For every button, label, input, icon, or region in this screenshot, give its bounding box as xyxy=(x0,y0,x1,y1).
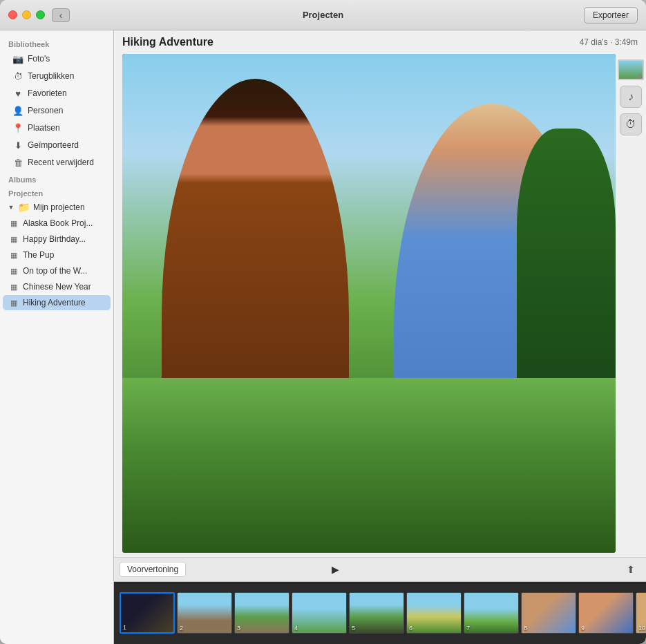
chevron-down-icon: ▼ xyxy=(6,202,17,213)
music-button[interactable]: ♪ xyxy=(620,86,642,108)
preview-button[interactable]: Voorvertoning xyxy=(120,562,186,577)
side-tools: ⊞ ♪ ⏱ xyxy=(616,54,646,553)
sidebar-item-favorieten[interactable]: ♥ Favorieten xyxy=(3,85,111,102)
slideshow-icon: ▦ xyxy=(8,281,19,292)
filmstrip: 1 2 3 4 5 6 7 xyxy=(114,582,646,644)
titlebar: ‹ Projecten Exporteer xyxy=(0,0,646,30)
play-icon: ▶ xyxy=(332,564,339,575)
main-slide-container xyxy=(122,54,616,553)
folder-label: Mijn projecten xyxy=(33,202,85,212)
back-button[interactable]: ‹ xyxy=(52,8,70,22)
thumb-number: 7 xyxy=(466,625,470,632)
play-button[interactable]: ▶ xyxy=(327,561,344,578)
sidebar-item-recent-verwijderd[interactable]: 🗑 Recent verwijderd xyxy=(3,154,111,171)
filmstrip-thumb-5[interactable]: 5 xyxy=(349,592,404,634)
slide-thumbnail-preview[interactable]: ⊞ xyxy=(618,59,644,80)
sidebar-item-label: Favorieten xyxy=(28,88,67,98)
project-label: The Pup xyxy=(23,250,54,260)
slideshow-icon: ▦ xyxy=(8,234,19,245)
preview-bar: Voorvertoning ▶ ⬆ xyxy=(114,557,646,582)
library-section-label: Bibliotheek xyxy=(0,36,113,50)
main-content: Bibliotheek 📷 Foto's ⏱ Terugblikken ♥ Fa… xyxy=(0,30,646,644)
duration-icon: ⏱ xyxy=(625,118,636,131)
export-button[interactable]: Exporteer xyxy=(584,7,638,23)
project-item-hiking-adventure[interactable]: ▦ Hiking Adventure xyxy=(3,295,111,310)
duration-button[interactable]: ⏱ xyxy=(620,113,642,135)
sidebar-item-personen[interactable]: 👤 Personen xyxy=(3,102,111,119)
projects-section-label: Projecten xyxy=(0,185,113,199)
thumb-number: 10 xyxy=(638,625,645,632)
thumb-number: 9 xyxy=(581,625,585,632)
traffic-lights xyxy=(8,10,45,19)
maximize-button[interactable] xyxy=(36,10,45,19)
filmstrip-thumb-4[interactable]: 4 xyxy=(292,592,347,634)
project-meta: 47 dia's · 3:49m xyxy=(580,37,638,47)
import-icon: ⬇ xyxy=(12,140,23,151)
filmstrip-thumb-1[interactable]: 1 xyxy=(120,592,175,634)
thumb-number: 6 xyxy=(409,625,412,632)
slideshow-icon: ▦ xyxy=(8,265,19,276)
project-label: Happy Birthday... xyxy=(23,234,86,244)
thumb-number: 5 xyxy=(352,625,355,632)
project-label: Alaska Book Proj... xyxy=(23,218,93,228)
thumb-number: 4 xyxy=(294,625,298,632)
albums-section-label: Albums xyxy=(0,171,113,185)
sidebar: Bibliotheek 📷 Foto's ⏱ Terugblikken ♥ Fa… xyxy=(0,30,114,644)
thumb-number: 1 xyxy=(123,624,126,631)
view-icon: ⊞ xyxy=(638,73,643,79)
project-item-the-pup[interactable]: ▦ The Pup xyxy=(3,247,111,263)
share-icon: ⬆ xyxy=(627,564,635,575)
close-button[interactable] xyxy=(8,10,17,19)
thumb-number: 3 xyxy=(237,625,240,632)
project-item-chinese-new-year[interactable]: ▦ Chinese New Year xyxy=(3,279,111,294)
sidebar-item-label: Plaatsen xyxy=(28,123,60,133)
filmstrip-thumb-2[interactable]: 2 xyxy=(177,592,232,634)
minimize-button[interactable] xyxy=(22,10,31,19)
right-panel: Hiking Adventure 47 dia's · 3:49m xyxy=(114,30,646,644)
app-window: ‹ Projecten Exporteer Bibliotheek 📷 Foto… xyxy=(0,0,646,644)
sidebar-item-plaatsen[interactable]: 📍 Plaatsen xyxy=(3,120,111,136)
project-label: Hiking Adventure xyxy=(23,298,86,307)
sidebar-item-label: Recent verwijderd xyxy=(28,158,94,167)
trash-icon: 🗑 xyxy=(12,157,23,168)
places-icon: 📍 xyxy=(12,122,23,133)
project-label: Chinese New Year xyxy=(23,282,91,292)
project-header: Hiking Adventure 47 dia's · 3:49m xyxy=(114,30,646,54)
filmstrip-thumb-6[interactable]: 6 xyxy=(406,592,462,634)
sidebar-item-geimporteerd[interactable]: ⬇ Geïmporteerd xyxy=(3,137,111,153)
my-projects-folder[interactable]: ▼ 📁 Mijn projecten xyxy=(3,200,111,215)
favorites-icon: ♥ xyxy=(12,88,23,99)
photos-icon: 📷 xyxy=(12,53,23,64)
filmstrip-thumb-8[interactable]: 8 xyxy=(521,592,576,634)
trees xyxy=(517,129,616,378)
filmstrip-thumb-3[interactable]: 3 xyxy=(234,592,289,634)
sidebar-item-label: Terugblikken xyxy=(28,71,74,81)
filmstrip-thumb-10[interactable]: 10 xyxy=(636,592,646,634)
main-slide xyxy=(122,54,616,553)
filmstrip-thumb-9[interactable]: 9 xyxy=(578,592,634,634)
slideshow-icon: ▦ xyxy=(8,218,19,229)
folder-icon: 📁 xyxy=(18,202,29,213)
project-item-on-top[interactable]: ▦ On top of the W... xyxy=(3,263,111,278)
project-title: Hiking Adventure xyxy=(122,36,213,48)
sidebar-item-label: Geïmporteerd xyxy=(28,140,79,150)
slideshow-icon: ▦ xyxy=(8,249,19,261)
sidebar-item-fotos[interactable]: 📷 Foto's xyxy=(3,50,111,67)
sidebar-item-terugblikken[interactable]: ⏱ Terugblikken xyxy=(3,68,111,84)
people-icon: 👤 xyxy=(12,105,23,116)
field-bg xyxy=(122,378,616,553)
sidebar-item-label: Personen xyxy=(28,106,63,115)
slideshow-area: ⊞ ♪ ⏱ xyxy=(114,54,646,553)
music-icon: ♪ xyxy=(628,91,634,103)
back-icon: ‹ xyxy=(59,10,63,21)
slideshow-icon: ▦ xyxy=(8,297,19,308)
thumb-number: 2 xyxy=(180,625,183,632)
filmstrip-thumb-7[interactable]: 7 xyxy=(464,592,519,634)
window-title: Projecten xyxy=(303,10,343,20)
project-item-happy-birthday[interactable]: ▦ Happy Birthday... xyxy=(3,231,111,247)
sidebar-item-label: Foto's xyxy=(28,54,50,64)
thumb-number: 8 xyxy=(524,625,527,632)
memories-icon: ⏱ xyxy=(12,70,23,82)
project-item-alaska[interactable]: ▦ Alaska Book Proj... xyxy=(3,216,111,231)
share-button[interactable]: ⬆ xyxy=(621,561,640,578)
